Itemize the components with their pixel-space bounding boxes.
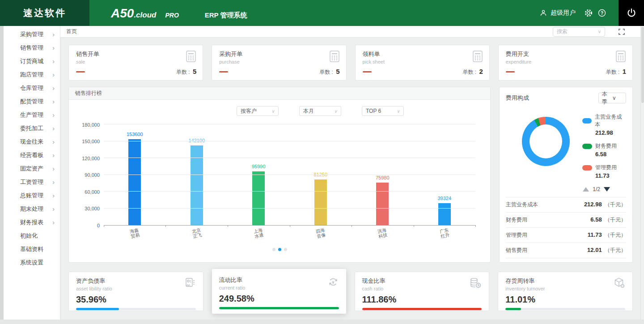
expense-panel: 费用构成 本季 主营业务成本 212.98 财务费用 6.58 [499, 87, 633, 263]
sidebar-item[interactable]: 工资管理 [4, 175, 60, 189]
power-button[interactable] [619, 0, 644, 26]
sidebar-item[interactable]: 固定资产 [4, 162, 60, 175]
y-axis-tick-label: 60,000 [85, 189, 100, 195]
sidebar-item[interactable]: 期末处理 [4, 202, 60, 216]
chevron-down-icon [334, 109, 337, 114]
sidebar-item[interactable]: 订货商城 [4, 55, 60, 68]
user-icon [539, 9, 547, 17]
horizontal-scrollbar[interactable] [0, 320, 644, 324]
expense-donut-chart[interactable] [522, 117, 570, 166]
stat-card[interactable]: 费用开支 expenditure 单数 : 1 [498, 45, 633, 81]
legend-item[interactable]: 管理费用 11.73 [582, 164, 626, 179]
y-axis-tick-label: 0 [97, 223, 100, 228]
sidebar: 采购管理 销售管理 订货商城 跑店管理 仓库管理 配货管理 生产管理 委托加工 … [0, 26, 60, 324]
legend-label: 管理费用 [595, 164, 617, 171]
bar-1[interactable] [128, 139, 141, 225]
sidebar-scrollbar[interactable] [0, 26, 4, 324]
product-name: A50 [111, 6, 134, 21]
sidebar-item[interactable]: 财务报表 [4, 216, 60, 229]
chevron-right-icon [52, 31, 55, 38]
expense-panel-title: 费用构成 [506, 94, 529, 102]
chevron-right-icon [52, 192, 55, 199]
sidebar-item-label: 仓库管理 [20, 84, 52, 92]
help-icon[interactable]: ? [595, 9, 609, 17]
legend-item[interactable]: 财务费用 6.58 [582, 142, 626, 158]
fullscreen-icon[interactable] [618, 28, 625, 35]
sidebar-item-label: 跑店管理 [20, 71, 52, 79]
vertical-scrollbar[interactable] [640, 26, 644, 320]
sidebar-item[interactable]: 采购管理 [4, 28, 60, 41]
sidebar-item-label: 财务报表 [20, 218, 52, 226]
sales-filter-period[interactable]: 本月 [299, 106, 341, 116]
legend-value: 11.73 [595, 172, 626, 179]
stat-count-label: 单数 : [606, 69, 621, 75]
sidebar-item-label: 基础资料 [20, 245, 52, 253]
legend-item[interactable]: 主营业务成本 212.98 [582, 113, 626, 136]
sidebar-item[interactable]: 现金往来 [4, 135, 60, 149]
bar-3[interactable] [252, 171, 265, 225]
stat-card[interactable]: 销售开单 sale 单数 : 5 [68, 45, 203, 81]
sales-filter-dimension[interactable]: 按客户 [237, 106, 279, 116]
page-down-icon[interactable] [604, 187, 610, 192]
sidebar-item[interactable]: 总账管理 [4, 189, 60, 202]
legend-swatch [582, 118, 592, 124]
chevron-right-icon [52, 58, 55, 64]
search-select[interactable]: 搜索 [553, 27, 605, 37]
chevron-right-icon [52, 85, 55, 91]
breadcrumb[interactable]: 首页 [66, 28, 77, 35]
refresh-yuan-icon: ¥ [327, 276, 339, 290]
bar-4[interactable] [314, 179, 327, 225]
red-dash [219, 71, 228, 72]
sidebar-item[interactable]: 跑店管理 [4, 68, 60, 81]
chevron-right-icon [52, 219, 55, 226]
ratio-card-row: 资产负债率 asset libility ratio 35.96% 流动比率 c… [68, 269, 633, 314]
system-name: ERP 管理系统 [205, 11, 247, 20]
sidebar-item[interactable]: 系统设置 [4, 256, 60, 269]
sidebar-item[interactable]: 仓库管理 [4, 81, 60, 95]
expense-period-select[interactable]: 本季 [598, 93, 626, 103]
y-axis-tick-label: 120,000 [82, 156, 100, 161]
legend-value: 212.98 [595, 129, 626, 136]
carousel-dots [69, 248, 490, 251]
sales-filter-topn[interactable]: TOP 6 [362, 106, 404, 116]
bar-value-label: 75980 [376, 175, 390, 180]
stat-card[interactable]: 采购开单 purchase 单数 : 5 [212, 45, 346, 81]
chevron-down-icon [598, 29, 601, 34]
sidebar-item[interactable]: 委托加工 [4, 122, 60, 135]
ratio-progress-fill [505, 308, 521, 310]
product-title: A50 .cloud PRO ERP 管理系统 [89, 0, 247, 26]
carousel-dot-2[interactable] [278, 248, 281, 251]
chevron-down-icon [397, 109, 400, 114]
calculator-icon [329, 50, 340, 64]
carousel-dot-1[interactable] [272, 248, 275, 251]
stat-card-subtitle: expenditure [506, 59, 532, 64]
page-up-icon[interactable] [583, 187, 589, 192]
calculator-icon [472, 50, 483, 64]
stat-card[interactable]: 领料单 pick sheet 单数 : 2 [355, 45, 490, 81]
red-dash [76, 71, 85, 72]
chevron-right-icon [52, 125, 55, 132]
chevron-right-icon [52, 45, 55, 51]
chevron-right-icon [52, 206, 55, 212]
bar-6[interactable] [438, 203, 451, 225]
gear-icon[interactable] [582, 9, 595, 17]
user-menu[interactable]: 超级用户 [539, 9, 576, 17]
sidebar-item-label: 初始化 [20, 232, 52, 240]
sidebar-item[interactable]: 经营看板 [4, 149, 60, 162]
expense-row-list: 主营业务成本 212.98 （千元） 财务费用 6.58 （千元） 管理费用 1… [506, 197, 626, 258]
sidebar-item-label: 生产管理 [20, 111, 52, 119]
dashboard-content: 销售开单 sale 单数 : 5 [60, 38, 644, 324]
sidebar-item[interactable]: 销售管理 [4, 41, 60, 55]
stat-card-subtitle: pick sheet [363, 59, 385, 64]
sidebar-item[interactable]: 基础资料 [4, 243, 60, 256]
sidebar-item[interactable]: 生产管理 [4, 108, 60, 122]
ratio-value: 111.86% [362, 294, 482, 305]
chevron-right-icon [52, 139, 55, 145]
user-name: 超级用户 [551, 9, 576, 17]
carousel-dot-3[interactable] [284, 248, 287, 251]
bar-5[interactable] [376, 183, 389, 225]
sidebar-item[interactable]: 初始化 [4, 229, 60, 243]
sidebar-item[interactable]: 配货管理 [4, 95, 60, 108]
expense-period-value: 本季 [602, 90, 612, 106]
expense-row-label: 主营业务成本 [506, 201, 538, 209]
